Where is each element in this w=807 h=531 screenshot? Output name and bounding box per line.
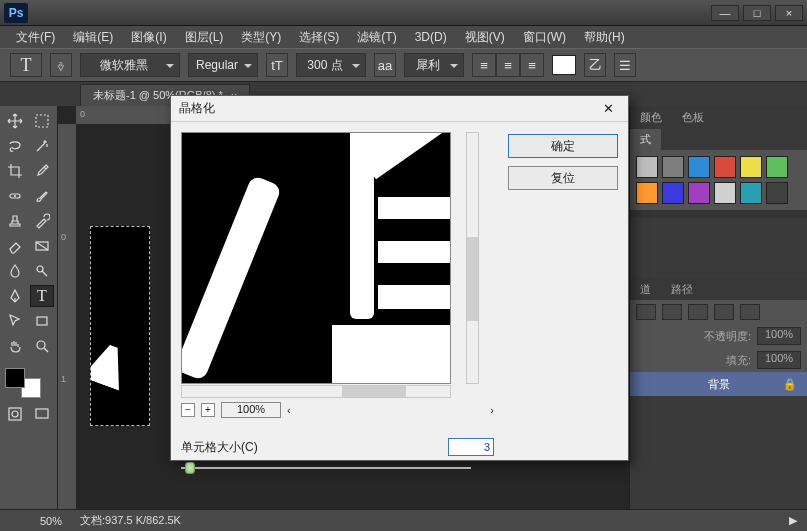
menu-layer[interactable]: 图层(L) xyxy=(177,27,232,48)
tool-brush[interactable] xyxy=(30,185,54,207)
preview-scroll-left-icon[interactable]: ‹ xyxy=(287,404,291,416)
menu-filter[interactable]: 滤镜(T) xyxy=(349,27,404,48)
style-swatch[interactable] xyxy=(766,156,788,178)
style-swatch[interactable] xyxy=(636,156,658,178)
menu-image[interactable]: 图像(I) xyxy=(123,27,174,48)
cell-size-input[interactable] xyxy=(448,438,494,456)
lock-icon: 🔒 xyxy=(783,378,797,391)
antialias-select[interactable]: 犀利 xyxy=(404,53,464,77)
menu-file[interactable]: 文件(F) xyxy=(8,27,63,48)
foreground-background-swatch[interactable] xyxy=(3,366,43,400)
tab-paths[interactable]: 路径 xyxy=(661,279,703,300)
align-center-button[interactable]: ≡ xyxy=(496,53,520,77)
warp-text-button[interactable]: 乙 xyxy=(584,53,606,77)
filter-preview[interactable] xyxy=(181,132,451,384)
maximize-button[interactable]: □ xyxy=(743,5,771,21)
document-canvas[interactable] xyxy=(90,226,150,426)
status-info-arrow-icon[interactable]: ▶ xyxy=(789,514,797,527)
tool-rectangle[interactable] xyxy=(30,310,54,332)
align-right-button[interactable]: ≡ xyxy=(520,53,544,77)
menu-select[interactable]: 选择(S) xyxy=(291,27,347,48)
quickmask-button[interactable] xyxy=(3,403,27,425)
tab-color[interactable]: 颜色 xyxy=(630,107,672,128)
text-orientation-button[interactable]: ⎀ xyxy=(50,53,72,77)
status-doc-info[interactable]: 文档:937.5 K/862.5K xyxy=(80,513,181,528)
menu-type[interactable]: 类型(Y) xyxy=(233,27,289,48)
tool-healing[interactable] xyxy=(3,185,27,207)
foreground-color[interactable] xyxy=(5,368,25,388)
dialog-left-column: − + 100% ‹ › 单元格大小(C) xyxy=(181,132,494,450)
options-bar: T ⎀ 微软雅黑 Regular tT 300 点 aa 犀利 ≡ ≡ ≡ 乙 … xyxy=(0,48,807,82)
ruler-vertical[interactable]: 0 1 xyxy=(58,124,76,509)
style-swatch[interactable] xyxy=(688,182,710,204)
tool-dodge[interactable] xyxy=(30,260,54,282)
tab-channels[interactable]: 道 xyxy=(630,279,661,300)
tab-swatches[interactable]: 色板 xyxy=(672,107,714,128)
style-swatch[interactable] xyxy=(740,182,762,204)
style-swatch[interactable] xyxy=(766,182,788,204)
opacity-value[interactable]: 100% xyxy=(757,327,801,345)
tool-eraser[interactable] xyxy=(3,235,27,257)
minimize-button[interactable]: — xyxy=(711,5,739,21)
style-swatch[interactable] xyxy=(636,182,658,204)
tool-history-brush[interactable] xyxy=(30,210,54,232)
style-swatch[interactable] xyxy=(688,156,710,178)
layer-row-background[interactable]: 背景 🔒 xyxy=(630,372,807,396)
tool-blur[interactable] xyxy=(3,260,27,282)
dialog-close-button[interactable]: ✕ xyxy=(596,100,620,118)
color-panel-tabs: 颜色 色板 xyxy=(630,106,807,128)
tool-stamp[interactable] xyxy=(3,210,27,232)
font-style-select[interactable]: Regular xyxy=(188,53,258,77)
layer-filter-icon[interactable] xyxy=(714,304,734,320)
reset-button[interactable]: 复位 xyxy=(508,166,618,190)
zoom-in-button[interactable]: + xyxy=(201,403,215,417)
ok-button[interactable]: 确定 xyxy=(508,134,618,158)
preview-scroll-right-icon[interactable]: › xyxy=(490,404,494,416)
tool-crop[interactable] xyxy=(3,160,27,182)
layer-filter-icon[interactable] xyxy=(636,304,656,320)
style-swatch[interactable] xyxy=(662,156,684,178)
style-swatch[interactable] xyxy=(714,156,736,178)
text-color-swatch[interactable] xyxy=(552,55,576,75)
svg-point-7 xyxy=(12,411,18,417)
layer-filter-icon[interactable] xyxy=(688,304,708,320)
menu-3d[interactable]: 3D(D) xyxy=(407,28,455,46)
menu-window[interactable]: 窗口(W) xyxy=(515,27,574,48)
style-swatch[interactable] xyxy=(714,182,736,204)
tool-move[interactable] xyxy=(3,110,27,132)
align-left-button[interactable]: ≡ xyxy=(472,53,496,77)
zoom-value-field[interactable]: 100% xyxy=(221,402,281,418)
preview-hscrollbar[interactable] xyxy=(181,385,451,398)
tab-styles[interactable]: 式 xyxy=(630,129,661,150)
layer-filter-icon[interactable] xyxy=(740,304,760,320)
fill-value[interactable]: 100% xyxy=(757,351,801,369)
layer-name: 背景 xyxy=(708,377,730,392)
tool-zoom[interactable] xyxy=(30,335,54,357)
slider-thumb[interactable] xyxy=(185,462,195,474)
close-window-button[interactable]: × xyxy=(775,5,803,21)
preview-vscrollbar[interactable] xyxy=(466,132,479,384)
tool-type[interactable]: T xyxy=(30,285,54,307)
layer-filter-icon[interactable] xyxy=(662,304,682,320)
style-swatch[interactable] xyxy=(662,182,684,204)
menu-view[interactable]: 视图(V) xyxy=(457,27,513,48)
tool-eyedropper[interactable] xyxy=(30,160,54,182)
tool-magic-wand[interactable] xyxy=(30,135,54,157)
type-tool-indicator[interactable]: T xyxy=(10,53,42,77)
tool-hand[interactable] xyxy=(3,335,27,357)
status-zoom[interactable]: 50% xyxy=(40,515,62,527)
style-swatch[interactable] xyxy=(740,156,762,178)
zoom-out-button[interactable]: − xyxy=(181,403,195,417)
tool-marquee[interactable] xyxy=(30,110,54,132)
tool-gradient[interactable] xyxy=(30,235,54,257)
tool-path-select[interactable] xyxy=(3,310,27,332)
font-size-select[interactable]: 300 点 xyxy=(296,53,366,77)
menu-edit[interactable]: 编辑(E) xyxy=(65,27,121,48)
screenmode-button[interactable] xyxy=(30,403,54,425)
menu-help[interactable]: 帮助(H) xyxy=(576,27,633,48)
dialog-titlebar[interactable]: 晶格化 ✕ xyxy=(171,96,628,122)
font-family-select[interactable]: 微软雅黑 xyxy=(80,53,180,77)
tool-pen[interactable] xyxy=(3,285,27,307)
character-panel-button[interactable]: ☰ xyxy=(614,53,636,77)
tool-lasso[interactable] xyxy=(3,135,27,157)
